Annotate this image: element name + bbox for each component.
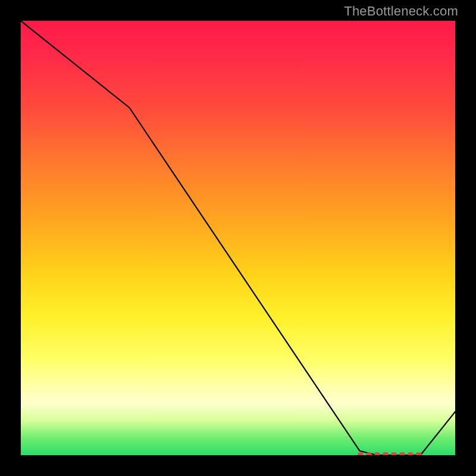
bottleneck-curve <box>21 21 455 455</box>
chart-overlay <box>21 21 455 455</box>
plot-area <box>21 21 455 455</box>
chart-frame: TheBottleneck.com <box>0 0 476 476</box>
watermark-text: TheBottleneck.com <box>344 4 458 19</box>
